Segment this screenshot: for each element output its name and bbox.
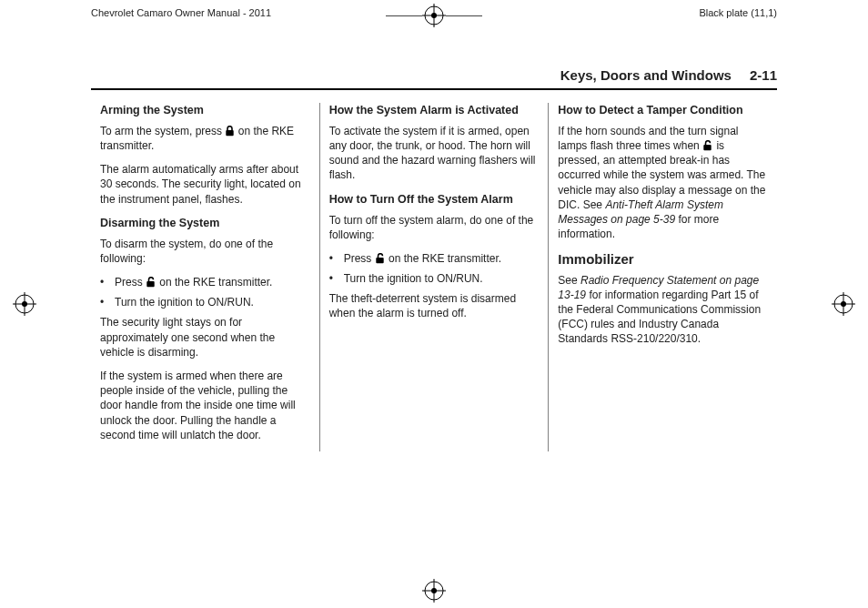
register-icon — [832, 292, 855, 316]
para-arming-2: The alarm automatically arms after about… — [100, 162, 310, 207]
bullet-icon: • — [329, 271, 344, 286]
list-item: • Press on the RKE transmitter. — [100, 275, 310, 289]
plate-label: Black plate (11,1) — [699, 7, 777, 18]
page-header: Keys, Doors and Windows 2-11 — [91, 67, 777, 90]
heading-turnoff: How to Turn Off the System Alarm — [329, 192, 540, 208]
bullet-icon: • — [100, 275, 115, 289]
register-mark-left — [13, 292, 36, 316]
svg-rect-6 — [376, 258, 383, 263]
column-3: How to Detect a Tamper Condition If the … — [548, 103, 777, 451]
text-span: on the RKE transmitter. — [156, 276, 272, 289]
content-columns: Arming the System To arm the system, pre… — [91, 103, 777, 451]
text-span: See — [558, 274, 580, 287]
text-span: Press on the RKE transmitter. — [344, 251, 501, 266]
svg-point-19 — [431, 588, 437, 593]
register-icon — [422, 4, 446, 27]
heading-tamper: How to Detect a Tamper Condition — [558, 103, 768, 118]
para-immobilizer: See Radio Frequency Statement on page 13… — [558, 273, 768, 347]
text-span: Press — [344, 252, 375, 265]
bullet-icon: • — [100, 295, 115, 309]
heading-disarming: Disarming the System — [100, 216, 310, 231]
text-span: Press on the RKE transmitter. — [115, 275, 272, 289]
svg-point-11 — [22, 301, 27, 307]
svg-rect-4 — [227, 130, 234, 136]
column-2: How the System Alarm is Activated To act… — [319, 103, 549, 451]
para-activated: To activate the system if it is armed, o… — [329, 124, 540, 183]
unlock-icon — [702, 140, 713, 151]
heading-activated: How the System Alarm is Activated — [329, 103, 540, 118]
para-arming-1: To arm the system, press on the RKE tran… — [100, 124, 310, 153]
text-span: Turn the ignition to ON/RUN. — [344, 271, 483, 286]
para-turnoff-intro: To turn off the system alarm, do one of … — [329, 213, 540, 242]
para-turnoff-end: The theft-deterrent system is disarmed w… — [329, 291, 540, 320]
column-1: Arming the System To arm the system, pre… — [91, 103, 319, 451]
manual-title: Chevrolet Camaro Owner Manual - 2011 — [91, 7, 271, 18]
unlock-icon — [375, 253, 386, 264]
list-item: • Press on the RKE transmitter. — [329, 251, 540, 266]
text-span: for information regarding Part 15 of the… — [558, 289, 761, 346]
para-disarm-3: If the system is armed when there are pe… — [100, 369, 310, 442]
register-mark-bottom — [422, 579, 446, 603]
register-mark-top — [386, 4, 482, 27]
svg-point-3 — [431, 13, 437, 18]
register-icon — [13, 292, 36, 316]
heading-immobilizer: Immobilizer — [558, 250, 768, 269]
svg-rect-5 — [146, 281, 154, 287]
bullet-icon: • — [329, 251, 344, 266]
unlock-icon — [146, 277, 156, 288]
register-mark-right — [832, 292, 855, 316]
text-span: To arm the system, press — [100, 125, 225, 137]
section-title: Keys, Doors and Windows — [560, 67, 732, 83]
list-item: • Turn the ignition to ON/RUN. — [329, 271, 540, 286]
text-span: Turn the ignition to ON/RUN. — [115, 295, 254, 309]
para-disarm-2: The security light stays on for approxim… — [100, 315, 310, 360]
heading-arming: Arming the System — [100, 103, 310, 118]
text-span: Press — [115, 276, 146, 289]
svg-rect-7 — [703, 145, 711, 150]
svg-point-15 — [841, 301, 846, 307]
list-item: • Turn the ignition to ON/RUN. — [100, 295, 310, 309]
para-disarm-intro: To disarm the system, do one of the foll… — [100, 237, 310, 266]
register-icon — [422, 579, 446, 603]
page-number: 2-11 — [750, 67, 777, 83]
para-tamper: If the horn sounds and the turn signal l… — [558, 124, 768, 242]
lock-icon — [225, 126, 235, 137]
text-span: on the RKE transmitter. — [386, 252, 501, 265]
